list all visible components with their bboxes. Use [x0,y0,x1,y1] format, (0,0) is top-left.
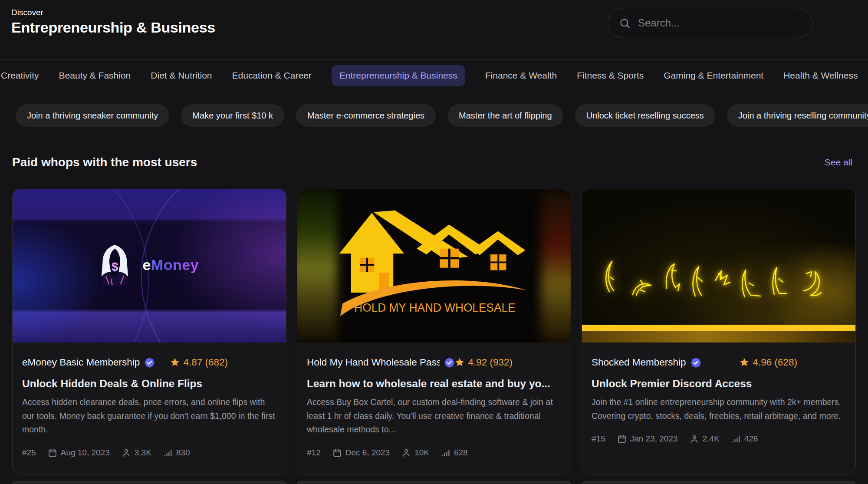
date-stat: Jan 23, 2023 [617,434,678,444]
whop-description: Access Buy Box Cartel, our custom deal-f… [307,395,561,437]
tab-entrepreneurship-business[interactable]: Entrepreneurship & Business [332,65,465,86]
chart-icon [441,448,450,458]
svg-text:$: $ [112,260,118,273]
whop-headline: Unlock Hidden Deals & Online Flips [22,378,276,390]
members-stat: 3.3K [122,448,151,458]
whop-headline: Unlock Premier Discord Access [592,378,846,390]
electric-text-icon [602,254,836,306]
activity-stat: 830 [163,448,190,458]
rating-value: 4.92 (932) [468,357,513,368]
whop-description: Join the #1 online entrepreneurship comm… [592,395,846,423]
whop-headline: Learn how to wholesale real estate and b… [307,378,561,390]
banner-yellow-bar [582,325,855,331]
activity-stat: 628 [441,448,468,458]
suggestion-pill[interactable]: Join a thriving reselling community [727,104,868,127]
whop-description: Access hidden clearance deals, price err… [22,395,276,437]
rating-value: 4.96 (628) [753,357,797,368]
user-icon [690,434,699,444]
members-stat: 10K [401,448,429,458]
search-input[interactable] [637,16,801,30]
discover-eyebrow: Discover [11,8,43,17]
calendar-icon [332,448,342,458]
whop-stats: #25 Aug 10, 2023 3.3K 830 [22,448,276,458]
chart-icon [731,434,741,444]
emoney-wordmark: eMoney [142,257,199,273]
search-icon [619,17,631,29]
rating-value: 4.87 (682) [183,357,228,368]
houses-logo-icon: HOLD MY HAND WHOLESALE [339,207,529,323]
header-divider [0,59,868,60]
verified-badge-icon [691,358,701,368]
page-title: Entrepreneurship & Business [11,19,215,36]
chart-icon [163,448,173,458]
rating: 4.96 (628) [739,357,797,368]
search-bar[interactable] [608,9,812,37]
tab-diet-nutrition[interactable]: Diet & Nutrition [151,70,212,81]
rating: 4.92 (932) [454,357,513,368]
emoney-banner-image: $ eMoney [13,189,286,342]
emoney-logo: $ eMoney [95,244,199,287]
rank-stat: #25 [22,448,36,458]
tab-gaming-entertainment[interactable]: Gaming & Entertainment [664,70,763,81]
rating: 4.87 (682) [170,357,228,368]
activity-stat: 426 [731,434,758,444]
section-title: Paid whops with the most users [12,155,197,169]
banner-right-glow [541,189,571,342]
suggestion-pill[interactable]: Make your first $10 k [181,104,284,127]
user-icon [401,448,411,458]
date-stat: Aug 10, 2023 [48,448,110,458]
calendar-icon [617,434,627,444]
star-icon [739,357,750,368]
suggestion-pill[interactable]: Master e-commerce strategies [296,104,436,127]
shocked-banner-image [582,189,855,342]
wholesale-banner-image: HOLD MY HAND WHOLESALE [297,189,571,342]
star-icon [170,357,180,368]
suggestion-pill[interactable]: Unlock ticket reselling success [575,104,715,127]
whop-card-shocked[interactable]: Shocked Membership 4.96 (628) Unlock Pre… [582,189,856,474]
members-stat: 2.4K [690,434,720,444]
wholesale-logo: HOLD MY HAND WHOLESALE [339,207,529,325]
tab-fitness-sports[interactable]: Fitness & Sports [577,70,644,81]
rank-stat: #15 [592,434,605,444]
hooded-figure-icon: $ [95,244,134,287]
calendar-icon [48,448,57,458]
next-row-card-top[interactable] [12,481,286,484]
svg-text:HOLD MY HAND WHOLESALE: HOLD MY HAND WHOLESALE [354,301,515,314]
star-icon [454,357,465,368]
verified-badge-icon [444,358,454,368]
tab-health-wellness[interactable]: Health & Wellness [783,70,858,81]
whop-card-emoney[interactable]: $ eMoney eMoney Basic Membership 4.87 (6… [12,189,286,474]
rank-stat: #12 [307,448,321,458]
tab-education-career[interactable]: Education & Career [232,70,312,81]
banner-brown-bar [582,331,855,342]
tab-finance-wealth[interactable]: Finance & Wealth [485,70,557,81]
whop-card-hold-my-hand[interactable]: HOLD MY HAND WHOLESALE Hold My Hand Whol… [297,189,571,474]
category-tabs: Creativity Beauty & Fashion Diet & Nutri… [1,64,868,87]
suggestion-pills: Join a thriving sneaker community Make y… [16,104,868,127]
see-all-link[interactable]: See all [825,157,852,168]
whop-name: Hold My Hand Wholesale Pass [307,357,440,368]
whop-name: Shocked Membership [592,357,686,368]
whop-stats: #15 Jan 23, 2023 2.4K 426 [592,434,846,444]
whop-stats: #12 Dec 6, 2023 10K 628 [307,448,561,458]
suggestion-pill[interactable]: Master the art of flipping [447,104,563,127]
tab-beauty-fashion[interactable]: Beauty & Fashion [59,70,131,81]
whop-name: eMoney Basic Membership [22,357,140,368]
next-row-card-top[interactable] [297,481,571,484]
banner-left-glow [297,189,337,342]
paid-whops-row: $ eMoney eMoney Basic Membership 4.87 (6… [12,189,856,474]
user-icon [122,448,131,458]
next-row-card-top[interactable] [582,481,856,484]
suggestion-pill[interactable]: Join a thriving sneaker community [16,104,169,127]
tab-creativity[interactable]: Creativity [1,70,39,81]
date-stat: Dec 6, 2023 [332,448,390,458]
verified-badge-icon [145,358,155,368]
